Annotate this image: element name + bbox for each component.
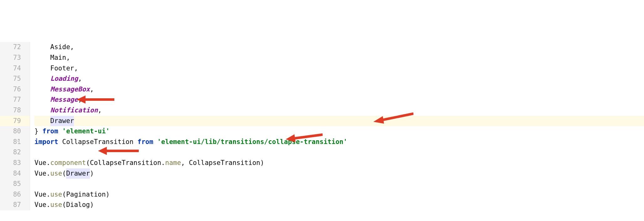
indent	[34, 105, 50, 116]
space	[58, 126, 62, 137]
line-number: 74	[0, 63, 30, 74]
identifier: Aside	[50, 42, 70, 53]
method: component	[50, 158, 86, 168]
fold-gutter	[30, 147, 34, 158]
fold-gutter	[30, 189, 34, 200]
code-line[interactable]: 74 Footer,	[0, 63, 644, 74]
property: name	[165, 158, 181, 168]
code-line[interactable]: 85	[0, 179, 644, 189]
fold-gutter	[30, 158, 34, 168]
indent	[34, 63, 50, 74]
fold-gutter	[30, 95, 34, 105]
identifier: Footer	[50, 63, 74, 74]
line-number: 86	[0, 189, 30, 200]
indent	[34, 53, 50, 63]
identifier: Main	[50, 53, 66, 63]
code-line[interactable]: 84 Vue.use(Drawer)	[0, 168, 644, 179]
annotation-arrow-icon	[77, 74, 114, 115]
line-number: 72	[0, 42, 30, 53]
args: (Dialog)	[62, 200, 94, 210]
paren: )	[90, 168, 94, 179]
identifier: Message	[50, 95, 78, 105]
fold-gutter	[30, 168, 34, 179]
fold-gutter	[30, 74, 34, 84]
indent	[34, 42, 50, 53]
comma: ,	[70, 42, 74, 53]
identifier: Loading	[50, 74, 78, 84]
identifier: Vue.	[34, 158, 50, 168]
line-number: 75	[0, 74, 30, 84]
line-number: 84	[0, 168, 30, 179]
identifier-selected: Drawer	[50, 116, 74, 126]
fold-gutter	[30, 200, 34, 210]
fold-gutter	[30, 63, 34, 74]
fold-gutter	[30, 105, 34, 116]
line-number: 78	[0, 105, 30, 116]
annotation-arrow-icon	[373, 91, 413, 134]
keyword-import: import	[34, 137, 58, 147]
line-number: 73	[0, 53, 30, 63]
method: use	[50, 168, 62, 179]
annotation-arrow-icon	[98, 125, 139, 166]
args: (Pagination)	[62, 189, 110, 200]
identifier: Vue.	[34, 200, 50, 210]
space	[153, 137, 157, 147]
fold-gutter	[30, 84, 34, 95]
identifier-selected: Drawer	[66, 168, 90, 179]
code-line[interactable]: 72 Aside,	[0, 42, 644, 53]
code-line[interactable]: 87 Vue.use(Dialog)	[0, 200, 644, 210]
code-line[interactable]: 73 Main,	[0, 53, 644, 63]
comma: ,	[66, 53, 70, 63]
line-number: 83	[0, 158, 30, 168]
line-number: 82	[0, 147, 30, 158]
fold-gutter	[30, 42, 34, 53]
code-line[interactable]: 86 Vue.use(Pagination)	[0, 189, 644, 200]
fold-gutter	[30, 137, 34, 147]
line-number: 76	[0, 84, 30, 95]
paren: (	[62, 168, 66, 179]
annotation-arrow-icon	[285, 111, 323, 152]
line-number: 87	[0, 200, 30, 210]
indent	[34, 84, 50, 95]
args: , CollapseTransition)	[181, 158, 264, 168]
indent	[34, 95, 50, 105]
identifier: Vue.	[34, 189, 50, 200]
line-number: 77	[0, 95, 30, 105]
line-number: 85	[0, 179, 30, 189]
keyword-from: from	[138, 137, 153, 147]
method: use	[50, 189, 62, 200]
indent	[34, 74, 50, 84]
identifier: Vue.	[34, 168, 50, 179]
fold-gutter	[30, 179, 34, 189]
comma: ,	[74, 63, 78, 74]
code-line[interactable]: 83 Vue.component(CollapseTransition.name…	[0, 158, 644, 168]
method: use	[50, 200, 62, 210]
fold-gutter	[30, 53, 34, 63]
